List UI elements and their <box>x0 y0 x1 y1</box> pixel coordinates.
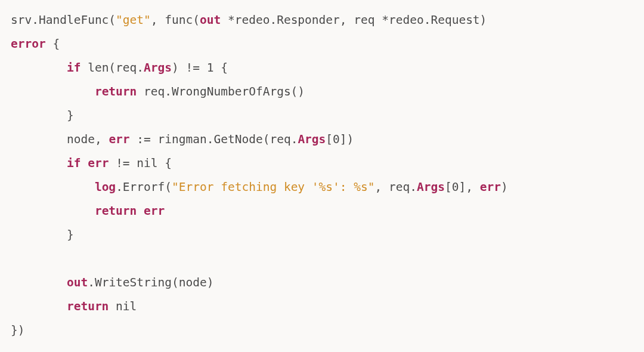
code-line: }) <box>11 323 24 337</box>
code-token-kw: Args <box>298 132 326 146</box>
code-line: node, err := ringman.GetNode(req.Args[0]… <box>11 132 354 146</box>
code-token-id: [ <box>445 180 452 194</box>
code-line: return nil <box>11 299 137 313</box>
code-token-id: req.WrongNumberOfArgs() <box>137 85 305 98</box>
code-token-id <box>11 180 95 194</box>
code-token-str: "Error fetching key '%s': %s" <box>172 180 374 194</box>
code-line: return req.WrongNumberOfArgs() <box>11 85 305 98</box>
code-token-id: node, <box>11 132 109 146</box>
code-token-kw: error <box>11 37 46 51</box>
code-token-kw: return <box>95 85 137 98</box>
code-line: if err != nil { <box>11 156 172 170</box>
code-token-id: srv.HandleFunc( <box>11 13 116 27</box>
code-token-id <box>80 156 88 170</box>
code-token-id: .WriteString(node) <box>88 276 213 289</box>
code-token-id: != nil { <box>109 156 172 170</box>
code-token-id: *redeo.Responder, req *redeo.Request) <box>221 13 487 27</box>
code-token-kw: Args <box>144 61 172 75</box>
code-token-id: { <box>214 61 228 75</box>
code-token-id: }) <box>11 323 24 337</box>
code-token-id: := ringman.GetNode(req. <box>130 132 298 146</box>
code-token-num: 1 <box>207 61 214 75</box>
code-line: } <box>11 228 74 242</box>
code-token-id <box>11 204 95 218</box>
code-line: } <box>11 109 74 122</box>
code-line: error { <box>11 37 60 51</box>
code-token-id: .Errorf( <box>116 180 172 194</box>
code-token-id: ], <box>459 180 479 194</box>
code-token-id <box>11 276 67 289</box>
code-line: log.Errorf("Error fetching key '%s': %s"… <box>11 180 508 194</box>
code-line: return err <box>11 204 165 218</box>
code-token-id <box>11 61 67 75</box>
code-token-id: nil <box>109 299 137 313</box>
code-token-id <box>137 204 144 218</box>
code-token-kw: log <box>95 180 116 194</box>
code-token-kw: out <box>67 276 88 289</box>
code-token-kw: err <box>144 204 165 218</box>
code-token-str: "get" <box>116 13 151 27</box>
code-token-id: , func( <box>151 13 200 27</box>
code-token-num: 0 <box>452 180 459 194</box>
code-token-id: } <box>11 109 74 122</box>
code-token-kw: if <box>67 156 80 170</box>
code-token-id: ]) <box>340 132 354 146</box>
code-token-kw: out <box>200 13 221 27</box>
code-token-kw: err <box>88 156 109 170</box>
code-token-id: , req. <box>375 180 417 194</box>
code-token-id: } <box>11 228 74 242</box>
code-token-kw: return <box>95 204 137 218</box>
code-token-id <box>11 299 67 313</box>
code-token-id <box>11 85 95 98</box>
code-line: srv.HandleFunc("get", func(out *redeo.Re… <box>11 13 487 27</box>
code-token-id: { <box>46 37 60 51</box>
code-token-id: ) <box>501 180 508 194</box>
code-line: if len(req.Args) != 1 { <box>11 61 228 75</box>
code-block: srv.HandleFunc("get", func(out *redeo.Re… <box>0 0 644 351</box>
code-token-id: ) != <box>172 61 207 75</box>
code-token-kw: if <box>67 61 80 75</box>
code-token-kw: return <box>67 299 109 313</box>
code-token-id: len(req. <box>80 61 144 75</box>
code-token-kw: err <box>480 180 501 194</box>
code-token-kw: Args <box>417 180 445 194</box>
code-token-num: 0 <box>333 132 340 146</box>
code-token-id <box>11 156 67 170</box>
code-token-id: [ <box>326 132 333 146</box>
code-token-kw: err <box>109 132 129 146</box>
code-line: out.WriteString(node) <box>11 276 213 289</box>
